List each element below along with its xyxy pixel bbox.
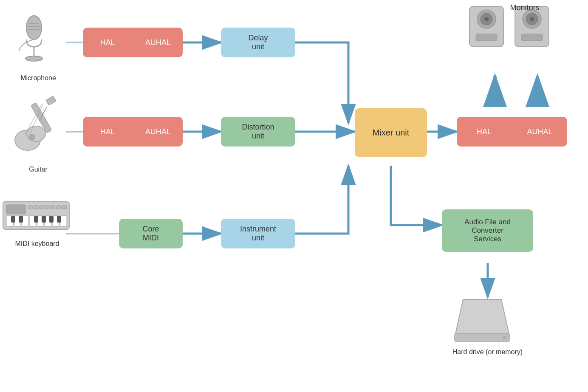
distortion-unit-box: Distortionunit [221, 117, 295, 147]
delay-unit-box: Delayunit [221, 28, 295, 57]
hal-label-mid: HAL [83, 127, 133, 136]
svg-rect-48 [42, 216, 46, 223]
svg-rect-32 [40, 206, 44, 209]
auhal-label-mid: AUHAL [133, 127, 183, 136]
monitors-icon [467, 4, 574, 59]
hard-drive-label: Hard drive (or memory) [450, 348, 525, 356]
hal-auhal-mid: HAL AUHAL [83, 117, 183, 147]
svg-rect-45 [11, 216, 15, 223]
svg-rect-22 [46, 96, 56, 105]
svg-rect-29 [6, 205, 25, 214]
auhal-label-top: AUHAL [133, 38, 183, 47]
auhal-label-out: AUHAL [512, 127, 567, 136]
svg-rect-55 [476, 34, 497, 41]
svg-rect-50 [57, 216, 61, 223]
delay-unit-label: Delayunit [248, 34, 268, 51]
instrument-unit-label: Instrumentunit [240, 225, 276, 243]
hal-auhal-out: HAL AUHAL [457, 117, 567, 147]
svg-point-59 [530, 17, 534, 21]
core-midi-label: CoreMIDI [142, 225, 159, 243]
svg-rect-33 [45, 206, 49, 209]
diagram: Microphone Guitar [0, 0, 588, 392]
monitors-label: Monitors [503, 3, 546, 12]
svg-rect-35 [56, 206, 60, 209]
svg-rect-31 [34, 206, 38, 209]
svg-point-12 [26, 16, 42, 39]
audio-file-box: Audio File andConverterServices [442, 209, 533, 252]
svg-rect-34 [51, 206, 55, 209]
svg-rect-30 [28, 206, 33, 209]
audio-file-label: Audio File andConverterServices [464, 218, 511, 243]
svg-rect-36 [62, 206, 67, 209]
midi-keyboard-label: MIDI keyboard [2, 240, 72, 248]
svg-rect-47 [34, 216, 38, 223]
microphone-label: Microphone [13, 74, 64, 82]
svg-point-17 [25, 56, 42, 61]
hal-auhal-top: HAL AUHAL [83, 28, 183, 57]
instrument-unit-box: Instrumentunit [221, 219, 295, 248]
mixer-unit-box: Mixer unit [355, 108, 427, 157]
svg-rect-49 [49, 216, 54, 223]
hard-drive-icon [450, 295, 525, 350]
distortion-unit-label: Distortionunit [242, 123, 274, 141]
guitar-icon [8, 93, 72, 157]
svg-rect-60 [521, 34, 543, 41]
svg-point-20 [28, 134, 35, 141]
svg-point-62 [503, 336, 506, 339]
svg-rect-46 [19, 216, 23, 223]
svg-rect-61 [455, 333, 510, 342]
hal-label-top: HAL [83, 38, 133, 47]
hal-label-out: HAL [457, 127, 512, 136]
svg-line-25 [42, 107, 47, 114]
mixer-unit-label: Mixer unit [373, 128, 410, 138]
svg-point-54 [484, 17, 489, 21]
guitar-label: Guitar [17, 166, 59, 173]
microphone-icon [13, 13, 64, 72]
midi-keyboard-icon [2, 200, 74, 238]
core-midi-box: CoreMIDI [119, 219, 183, 248]
